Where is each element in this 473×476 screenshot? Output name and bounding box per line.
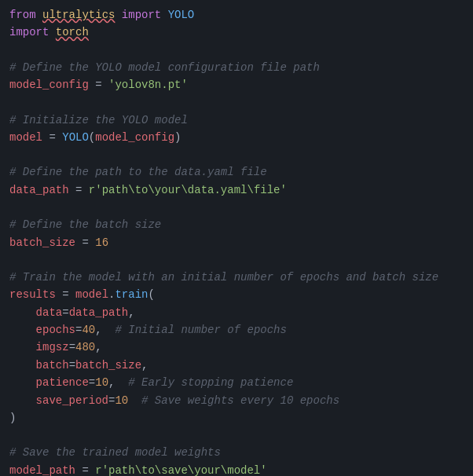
code-token: data xyxy=(9,304,62,321)
code-line: # Save the trained model weights xyxy=(9,444,464,461)
code-token: imgsz xyxy=(9,339,69,356)
code-line: results = model.train( xyxy=(9,286,464,303)
code-token: = xyxy=(75,321,82,339)
code-token: 'yolov8n.pt' xyxy=(108,76,188,93)
code-token: data_path xyxy=(69,304,129,321)
code-line: save_period=10 # Save weights every 10 e… xyxy=(9,392,464,409)
code-token: = xyxy=(89,374,95,391)
code-token: batch_size xyxy=(75,357,141,374)
code-token: # Save weights every 10 epochs xyxy=(141,392,339,409)
blank-line xyxy=(9,146,464,163)
code-line: # Initialize the YOLO model xyxy=(9,112,464,129)
code-token: # Initial number of epochs xyxy=(115,321,286,339)
code-token: 10 xyxy=(95,374,108,391)
code-line: import torch xyxy=(9,24,464,41)
code-token: # Define the YOLO model configuration fi… xyxy=(9,59,320,76)
code-token: ( xyxy=(89,129,95,146)
code-token: , xyxy=(95,339,101,356)
blank-line xyxy=(9,199,464,216)
code-token: , xyxy=(128,304,134,321)
code-line: # Define the YOLO model configuration fi… xyxy=(9,59,464,76)
code-token: = xyxy=(69,181,89,199)
code-token: import xyxy=(9,24,56,41)
code-token: model_config xyxy=(9,76,89,93)
code-token: = xyxy=(56,286,75,303)
code-token: torch xyxy=(56,24,89,41)
code-token: YOLO xyxy=(62,129,89,146)
code-token: r'path\to\save\your\model' xyxy=(95,462,266,476)
blank-line xyxy=(9,42,464,59)
code-token: ultralytics xyxy=(42,6,115,24)
code-line: patience=10, # Early stopping patience xyxy=(9,374,464,391)
code-token: = xyxy=(108,392,115,409)
code-token: # Initialize the YOLO model xyxy=(9,112,188,129)
code-line: ) xyxy=(9,409,464,427)
code-line: batch_size = 16 xyxy=(9,234,464,251)
code-token: from xyxy=(9,6,42,24)
code-token: ) xyxy=(174,129,181,146)
code-token: = xyxy=(75,462,95,476)
code-token: . xyxy=(108,286,115,303)
code-token: batch_size xyxy=(9,234,75,251)
code-token: # Define the batch size xyxy=(9,216,161,233)
code-line: batch=batch_size, xyxy=(9,357,464,374)
code-token: 40 xyxy=(82,321,95,339)
code-token: model xyxy=(9,129,42,146)
code-token: model_path xyxy=(9,462,75,476)
code-line: from ultralytics import YOLO xyxy=(9,6,464,24)
code-editor: from ultralytics import YOLOimport torch… xyxy=(0,0,473,476)
code-token: = xyxy=(62,304,68,321)
code-token: = xyxy=(42,129,62,146)
code-token: import xyxy=(115,6,167,24)
code-token: = xyxy=(69,357,75,374)
code-line: # Train the model with an initial number… xyxy=(9,269,464,286)
code-token: # Train the model with an initial number… xyxy=(9,269,438,286)
code-token: # Early stopping patience xyxy=(128,374,293,391)
code-line: model = YOLO(model_config) xyxy=(9,129,464,146)
code-line: model_path = r'path\to\save\your\model' xyxy=(9,462,464,476)
code-line: data=data_path, xyxy=(9,304,464,321)
code-token: 10 xyxy=(115,392,128,409)
code-token: model_config xyxy=(95,129,174,146)
code-token: batch xyxy=(9,357,69,374)
blank-line xyxy=(9,251,464,269)
code-token: r'path\to\your\data.yaml\file' xyxy=(89,181,287,199)
code-token: = xyxy=(89,76,108,93)
code-token: ) xyxy=(9,409,16,427)
code-token: YOLO xyxy=(168,6,195,24)
code-token: , xyxy=(95,321,115,339)
blank-line xyxy=(9,94,464,112)
code-token: epochs xyxy=(9,321,75,339)
code-line: # Define the path to the data.yaml file xyxy=(9,163,464,181)
code-line: data_path = r'path\to\your\data.yaml\fil… xyxy=(9,181,464,199)
code-line: model_config = 'yolov8n.pt' xyxy=(9,76,464,93)
code-line: # Define the batch size xyxy=(9,216,464,233)
code-token: = xyxy=(69,339,75,356)
code-token: results xyxy=(9,286,56,303)
code-line: imgsz=480, xyxy=(9,339,464,356)
code-line: epochs=40, # Initial number of epochs xyxy=(9,321,464,339)
code-token: data_path xyxy=(9,181,69,199)
code-token xyxy=(128,392,141,409)
code-token: , xyxy=(141,357,148,374)
code-token: # Define the path to the data.yaml file xyxy=(9,163,267,181)
code-token: 16 xyxy=(95,234,108,251)
blank-line xyxy=(9,427,464,444)
code-token: , xyxy=(108,374,128,391)
code-token: train xyxy=(115,286,148,303)
code-token: = xyxy=(75,234,95,251)
code-token: # Save the trained model weights xyxy=(9,444,221,461)
code-token: model xyxy=(75,286,108,303)
code-token: patience xyxy=(9,374,89,391)
code-token: 480 xyxy=(75,339,95,356)
code-token: save_period xyxy=(9,392,108,409)
code-token: ( xyxy=(148,286,154,303)
